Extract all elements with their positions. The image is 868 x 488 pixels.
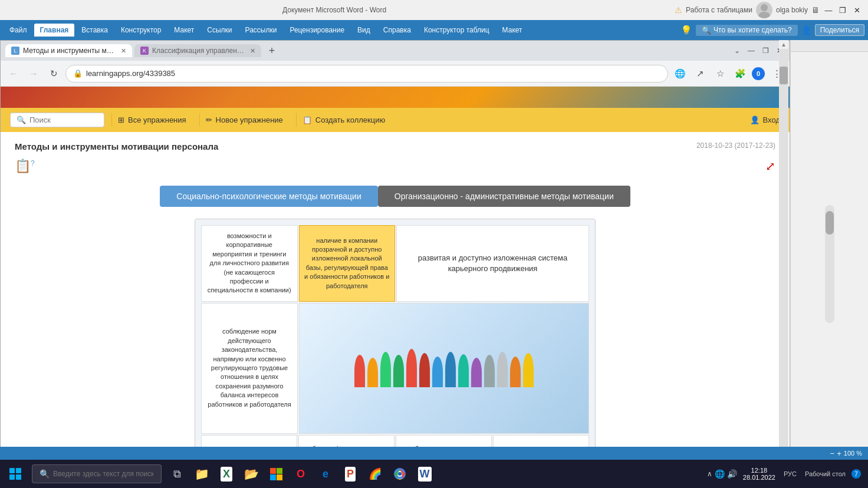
tab-references[interactable]: Ссылки xyxy=(201,24,238,37)
lock-icon: 🔒 xyxy=(73,69,83,78)
tab-file[interactable]: Файл xyxy=(4,24,33,37)
taskbar-edge[interactable]: e xyxy=(314,462,337,486)
notification-badge[interactable]: 7 xyxy=(851,469,861,479)
people-figures xyxy=(348,343,540,393)
la-new-exercise-label: Новое упражнение xyxy=(216,116,283,124)
title-text: Документ Microsoft Word - Word xyxy=(282,6,386,14)
browser-chevron-down[interactable]: ⌄ xyxy=(732,45,742,56)
puzzle-row-2: соблюдение норм действующего законодател… xyxy=(201,303,589,434)
close-button[interactable]: ✕ xyxy=(851,5,862,15)
browser-tab-label-1: Методы и инструменты мотива xyxy=(23,47,117,55)
tab-org-methods[interactable]: Организационно - административные методы… xyxy=(378,186,630,207)
svg-rect-5 xyxy=(16,474,21,480)
taskbar-excel[interactable]: X xyxy=(215,462,238,486)
puzzle-cell-1-2[interactable]: наличие в компании прозрачной и доступно… xyxy=(299,225,396,302)
browser-maximize[interactable]: ❐ xyxy=(760,45,771,56)
back-button[interactable]: ← xyxy=(5,65,22,82)
scroll-up-arrow[interactable]: ▲ xyxy=(781,41,787,48)
minimize-button[interactable]: — xyxy=(823,5,834,15)
tab-help[interactable]: Справка xyxy=(377,24,417,37)
taskbar-ms-store[interactable] xyxy=(264,462,288,486)
taskbar-chrome[interactable] xyxy=(388,462,412,486)
start-button[interactable] xyxy=(2,461,28,487)
la-search-input[interactable] xyxy=(29,116,94,124)
tab-home[interactable]: Главная xyxy=(34,24,75,37)
url-bar[interactable]: 🔒 learningapps.org/4339385 xyxy=(65,65,668,83)
tab-table-design[interactable]: Конструктор таблиц xyxy=(418,24,495,37)
puzzle-cell-1-1[interactable]: возможности и корпоративные мероприятия … xyxy=(201,225,298,302)
tab-layout[interactable]: Макет xyxy=(168,24,200,37)
share-page-icon[interactable]: ↗ xyxy=(692,65,708,82)
browser-minimize[interactable]: — xyxy=(746,45,757,56)
taskbar-opera[interactable]: O xyxy=(289,462,313,486)
la-create-collection[interactable]: 📋 Создать коллекцию xyxy=(296,113,391,127)
tab-table-layout[interactable]: Макет xyxy=(497,24,528,37)
extensions-icon[interactable]: 🧩 xyxy=(732,65,748,82)
la-login-button[interactable]: 👤 Вход xyxy=(750,116,780,124)
browser-tab-active[interactable]: L Методы и инструменты мотива ✕ xyxy=(5,44,132,57)
new-tab-button[interactable]: + xyxy=(264,42,280,59)
taskbar-task-view[interactable]: ⧉ xyxy=(165,462,189,486)
maximize-button[interactable]: ❐ xyxy=(837,5,848,15)
taskbar-unknown-app[interactable]: 🌈 xyxy=(363,462,387,486)
tab-close-1[interactable]: ✕ xyxy=(121,47,126,55)
refresh-button[interactable]: ↻ xyxy=(45,65,62,82)
la-new-exercise[interactable]: ✏ Новое упражнение xyxy=(199,113,289,127)
network-icon[interactable]: 🌐 xyxy=(715,469,725,479)
puzzle-cell-2-1[interactable]: соблюдение норм действующего законодател… xyxy=(201,303,298,434)
fullscreen-icon[interactable]: ⤢ xyxy=(765,159,775,173)
taskbar-word[interactable]: W xyxy=(413,462,436,486)
la-search-box[interactable]: 🔍 xyxy=(10,113,104,127)
tab-insert[interactable]: Вставка xyxy=(75,24,114,37)
taskbar-search-box[interactable]: 🔍 xyxy=(32,464,162,483)
share-button[interactable]: Поделиться xyxy=(815,24,864,36)
extension-count-badge[interactable]: 0 xyxy=(752,67,765,80)
scroll-thumb[interactable] xyxy=(780,67,788,84)
translate-icon[interactable]: 🌐 xyxy=(672,65,688,82)
la-grid-icon: ⊞ xyxy=(118,116,124,124)
tab-favicon-2: K xyxy=(140,47,149,55)
la-all-exercises[interactable]: ⊞ Все упражнения xyxy=(111,113,192,127)
user-avatar[interactable] xyxy=(756,2,772,18)
chevron-up-icon[interactable]: ∧ xyxy=(707,470,712,478)
tab-view[interactable]: Вид xyxy=(351,24,376,37)
browser-tab-label-2: Классификация управленческих xyxy=(152,47,246,55)
tab-review[interactable]: Рецензирование xyxy=(284,24,350,37)
what-todo-search[interactable]: 🔍 Что вы хотите сделать? xyxy=(696,25,798,36)
taskbar-clock[interactable]: 12:18 28.01.2022 xyxy=(739,467,779,481)
tab-design[interactable]: Конструктор xyxy=(115,24,167,37)
forward-button[interactable]: → xyxy=(25,65,42,82)
taskbar-file-explorer[interactable]: 📁 xyxy=(190,462,213,486)
word-scroll-track[interactable] xyxy=(825,205,834,323)
tab-social-methods[interactable]: Социально-психологические методы мотивац… xyxy=(160,186,378,207)
puzzle-cell-1-3[interactable]: развитая и доступно изложенная система к… xyxy=(396,225,589,302)
figure-1 xyxy=(354,355,365,387)
puzzle-text-1-1: возможности и корпоративные мероприятия … xyxy=(206,232,292,295)
language-indicator[interactable]: РУС xyxy=(781,470,799,477)
taskbar-search-input[interactable] xyxy=(53,470,153,478)
puzzle-image-cell xyxy=(299,303,589,434)
zoom-plus-btn[interactable]: + xyxy=(837,449,841,458)
la-pencil-icon: ✏ xyxy=(206,116,212,124)
zoom-controls: − + 100 % xyxy=(830,449,862,458)
bookmark-icon[interactable]: ☆ xyxy=(712,65,728,82)
taskbar-date: 28.01.2022 xyxy=(743,474,775,481)
browser-tab-inactive[interactable]: K Классификация управленческих ✕ xyxy=(134,44,261,57)
la-login-label: Вход xyxy=(763,116,780,124)
word-scroll-thumb[interactable] xyxy=(826,211,834,235)
help-bulb-icon[interactable]: 💡 xyxy=(680,25,692,36)
tab-close-2[interactable]: ✕ xyxy=(250,47,255,55)
la-create-collection-label: Создать коллекцию xyxy=(315,116,385,124)
taskbar-powerpoint[interactable]: P xyxy=(338,462,362,486)
scroll-track[interactable] xyxy=(779,49,788,479)
figure-10 xyxy=(471,358,482,387)
desktop-label[interactable]: Рабочий стол xyxy=(801,470,849,477)
svg-rect-7 xyxy=(277,468,282,474)
figure-3 xyxy=(380,352,391,387)
tab-mailings[interactable]: Рассылки xyxy=(239,24,283,37)
page-help-icon[interactable]: 📋? xyxy=(15,159,35,174)
volume-icon[interactable]: 🔊 xyxy=(727,469,737,479)
zoom-minus-btn[interactable]: − xyxy=(830,449,835,458)
right-scrollbar[interactable]: ▲ ▼ xyxy=(779,40,788,488)
taskbar-folder[interactable]: 📂 xyxy=(239,462,263,486)
